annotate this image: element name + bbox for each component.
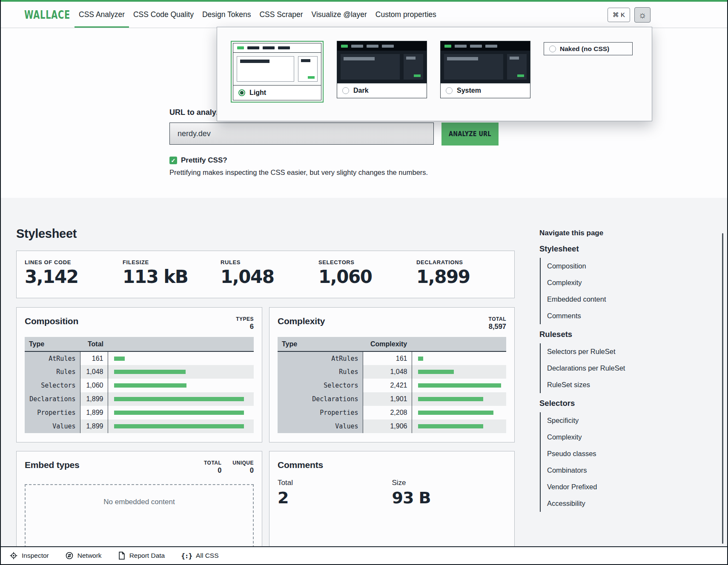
nav-link-ruleset-sizes[interactable]: RuleSet sizes [547,377,693,393]
prettify-checkbox[interactable] [169,157,177,164]
scrollbar[interactable] [722,233,723,544]
embed-types-title: Embed types [25,460,80,470]
tool-inspector[interactable]: Inspector [9,551,49,560]
dark-radio[interactable] [342,87,349,94]
preview-block [470,45,482,48]
wallace-logo[interactable]: WALLACE [24,8,56,21]
nav-link-combinators[interactable]: Combinators [547,462,693,479]
theme-toggle-button[interactable]: ☼ [634,7,651,23]
page-nav: Navigate this page Stylesheet Compositio… [539,229,693,512]
theme-option-light[interactable]: Light [231,41,324,103]
naked-radio[interactable] [549,46,556,52]
bottom-toolbar: Inspector Network Report Data {:} All CS… [1,546,727,564]
comments-title: Comments [278,460,323,470]
composition-bar [114,411,244,415]
main-nav: CSS Analyzer CSS Code Quality Design Tok… [75,2,441,28]
complexity-bar [418,397,483,401]
preview-block [485,45,497,48]
theme-preview-light: Light [233,43,321,100]
complexity-bar [418,357,424,361]
all-css-icon: {:} [181,552,192,560]
preview-block [382,45,394,48]
nav-link-selectors-complexity[interactable]: Complexity [547,429,693,445]
dark-label: Dark [353,87,369,94]
light-radio[interactable] [238,89,245,96]
complexity-title: Complexity [278,316,325,326]
system-radio[interactable] [446,87,453,94]
tool-network[interactable]: Network [65,551,102,560]
preview-side-panel [404,54,423,80]
nav-link-selectors-per-ruleset[interactable]: Selectors per RuleSet [547,343,693,360]
composition-bar [114,357,125,361]
composition-title: Composition [25,316,78,326]
complexity-bar [418,370,454,374]
tab-css-code-quality[interactable]: CSS Code Quality [129,2,198,28]
theme-picker-panel: Light Dark [217,27,652,121]
complexity-bar [418,383,501,388]
nav-link-declarations-per-ruleset[interactable]: Declarations per RuleSet [547,360,693,377]
light-preview-body [233,53,321,85]
table-row: Properties2,208 [278,406,506,419]
system-option-row: System [441,83,530,98]
theme-option-dark[interactable]: Dark [337,41,427,98]
light-label: Light [249,89,266,97]
dark-preview-body [337,51,427,83]
preview-block [444,45,451,48]
complexity-bar [418,424,484,428]
preview-main-panel [341,54,400,80]
tab-visualize-layer[interactable]: Visualize @layer [307,2,371,28]
command-k-button[interactable]: ⌘ K [608,8,630,22]
preview-block [455,45,467,48]
dark-option-row: Dark [337,83,427,98]
app-window: WALLACE CSS Analyzer CSS Code Quality De… [0,0,728,565]
table-row: Rules1,048 [278,365,506,379]
report-data-icon [118,551,126,560]
nav-link-comments[interactable]: Comments [547,308,693,324]
nav-link-composition[interactable]: Composition [547,258,693,274]
tab-design-tokens[interactable]: Design Tokens [198,2,255,28]
prettify-label[interactable]: Prettify CSS? [181,156,227,165]
composition-table: Type Total AtRules161 Rules1,048 Selecto… [25,337,254,433]
theme-option-naked[interactable]: Naked (no CSS) [544,42,633,55]
complexity-card: Complexity TOTAL 8,597 Type Complexity A… [269,307,515,442]
stat-selectors: SELECTORS 1,060 [318,259,416,298]
preview-block [237,46,244,49]
nav-link-vendor-prefixed[interactable]: Vendor Prefixed [547,479,693,495]
comments-total: Total 2 [278,479,392,507]
composition-bar [114,424,244,428]
results-section: Stylesheet LINES OF CODE 3,142 FILESIZE … [1,198,727,564]
page-title: Stylesheet [16,227,77,241]
analyze-url-button[interactable]: ANALYZE URL [441,123,499,146]
composition-bar [114,370,186,374]
header: WALLACE CSS Analyzer CSS Code Quality De… [1,2,727,28]
page-nav-section-stylesheet: Stylesheet [539,244,693,254]
tool-report-data[interactable]: Report Data [118,551,165,560]
stat-declarations: DECLARATIONS 1,899 [416,259,514,298]
tool-all-css[interactable]: {:} All CSS [181,552,218,560]
composition-card: Composition TYPES 6 Type Total AtRules16… [16,307,262,442]
theme-option-system[interactable]: System [440,41,530,98]
nav-link-embedded-content[interactable]: Embedded content [547,291,693,308]
preview-block [263,46,275,49]
preview-block [247,46,259,49]
url-input[interactable] [169,123,434,145]
table-row: Properties1,899 [25,406,254,419]
nav-link-specificity[interactable]: Specificity [547,412,693,429]
tab-css-analyzer[interactable]: CSS Analyzer [75,2,129,28]
tab-css-scraper[interactable]: CSS Scraper [255,2,307,28]
system-preview-header [441,41,530,51]
prettify-help-text: Prettifying makes inspecting the CSS eas… [169,168,506,177]
table-row: Values1,899 [25,419,254,433]
nav-link-complexity[interactable]: Complexity [547,274,693,291]
network-icon [65,551,74,560]
page-nav-section-rulesets: Rulesets [539,330,693,339]
stat-filesize: FILESIZE 113 kB [123,259,221,298]
preview-main-panel [444,54,503,80]
system-preview-body [441,51,530,83]
table-row: Selectors1,060 [25,379,254,392]
table-row: Values1,906 [278,419,506,433]
nav-link-pseudo-classes[interactable]: Pseudo classes [547,445,693,462]
preview-block [367,45,378,48]
nav-link-accessibility[interactable]: Accessibility [547,495,693,512]
tab-custom-properties[interactable]: Custom properties [371,2,441,28]
